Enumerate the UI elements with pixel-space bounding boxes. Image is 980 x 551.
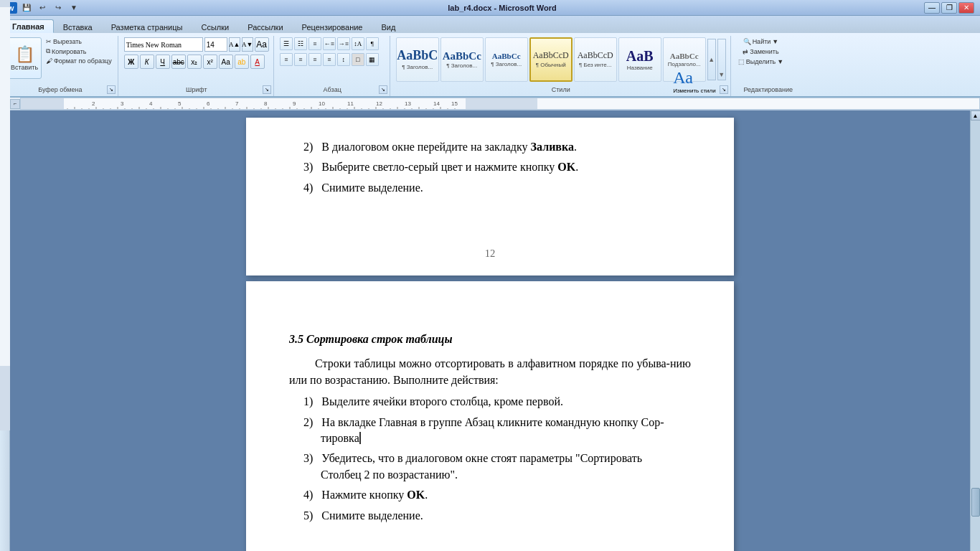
tab-review[interactable]: Рецензирование: [293, 20, 372, 33]
format-painter-button[interactable]: 🖌 Формат по образцу: [44, 57, 113, 65]
quick-access-arrow[interactable]: ▼: [67, 1, 80, 14]
ruler-corner[interactable]: ⌐: [10, 99, 20, 109]
page13-item2-number: 2): [303, 416, 319, 428]
select-button[interactable]: ⬚ Выделить ▼: [737, 57, 785, 66]
text-case-button[interactable]: Аа: [219, 55, 233, 69]
svg-text:4: 4: [149, 100, 153, 107]
undo-quick-btn[interactable]: ↩: [36, 1, 49, 14]
superscript-button[interactable]: x²: [203, 55, 217, 69]
find-button[interactable]: 🔍 Найти ▼: [742, 37, 781, 46]
style-heading3-button[interactable]: AaBbCc ¶ Заголов...: [485, 37, 528, 82]
page-13: 3.5 Сортировка строк таблицы Строки табл…: [246, 281, 734, 551]
list-multilevel-button[interactable]: ≡: [308, 37, 321, 50]
tab-page-layout[interactable]: Разметка страницы: [102, 20, 192, 33]
styles-expand-btn[interactable]: ↘: [720, 85, 728, 94]
svg-text:8: 8: [264, 100, 268, 107]
borders-button[interactable]: ▦: [366, 53, 379, 66]
styles-group: AaBbC ¶ Заголов... AaBbCc ¶ Заголов... A…: [392, 36, 731, 96]
sort-button[interactable]: ↕A: [352, 37, 364, 50]
vertical-scrollbar: ▲ ▼: [970, 110, 980, 551]
scroll-up-button[interactable]: ▲: [971, 110, 981, 121]
font-row-1: A▲ A▼ Aa: [124, 37, 269, 52]
copy-button[interactable]: ⧉ Копировать: [44, 47, 113, 56]
select-label: Выделить: [746, 58, 776, 65]
align-right-button[interactable]: ≡: [308, 53, 321, 66]
align-justify-button[interactable]: ≡: [323, 53, 336, 66]
section-35-intro: Строки таблицы можно отсортировать в алф…: [289, 356, 691, 388]
font-size-input[interactable]: [204, 37, 227, 52]
small-clipboard-btns: ✂ Вырезать ⧉ Копировать 🖌 Формат по обра…: [44, 37, 113, 65]
svg-text:3: 3: [121, 100, 124, 107]
maximize-button[interactable]: ❐: [941, 2, 957, 14]
para-expand-btn[interactable]: ↘: [379, 85, 387, 94]
list-ordered-button[interactable]: ☷: [294, 37, 307, 50]
tab-mailings[interactable]: Рассылки: [238, 20, 292, 33]
font-size-decrease-button[interactable]: A▼: [242, 37, 253, 52]
page-13-content: 3.5 Сортировка строк таблицы Строки табл…: [289, 303, 691, 524]
replace-icon: ⇄: [743, 48, 748, 55]
style-normal-button[interactable]: AaBbCcD ¶ Обычный: [529, 37, 573, 82]
svg-text:5: 5: [178, 100, 182, 107]
cut-button[interactable]: ✂ Вырезать: [44, 37, 113, 46]
underline-button[interactable]: Ч: [156, 55, 170, 69]
paste-label: Вставить: [11, 64, 38, 71]
indent-decrease-button[interactable]: ←≡: [323, 37, 336, 50]
page13-item4-text: Нажмите кнопку OK.: [321, 489, 428, 501]
svg-rect-75: [0, 110, 10, 366]
highlight-button[interactable]: ab: [235, 55, 249, 69]
indent-increase-button[interactable]: →≡: [337, 37, 350, 50]
redo-quick-btn[interactable]: ↪: [52, 1, 65, 14]
page-12-content: 2) В диалоговом окне перейдите на заклад…: [289, 139, 691, 254]
minimize-button[interactable]: —: [924, 2, 940, 14]
editing-label: Редактирование: [732, 86, 804, 93]
styles-scroll-down-button[interactable]: ▼: [717, 39, 726, 80]
subscript-button[interactable]: x₂: [187, 55, 202, 69]
style-heading1-button[interactable]: AaBbC ¶ Заголов...: [396, 37, 439, 82]
clipboard-expand-btn[interactable]: ↘: [107, 85, 116, 94]
scroll-thumb[interactable]: [971, 488, 980, 517]
tab-view[interactable]: Вид: [372, 20, 405, 33]
shading-button[interactable]: □: [352, 53, 364, 66]
close-button[interactable]: ✕: [958, 2, 974, 14]
svg-text:15: 15: [451, 100, 458, 107]
italic-button[interactable]: К: [140, 55, 154, 69]
strikethrough-button[interactable]: abc: [171, 55, 186, 69]
page13-item-3: 3) Убедитесь, что в диалоговом окне стоя…: [303, 451, 691, 483]
tab-references[interactable]: Ссылки: [192, 20, 238, 33]
font-size-increase-button[interactable]: A▲: [229, 37, 240, 52]
page13-item4-number: 4): [303, 489, 319, 501]
page12-item3-text: Выберите светло-серый цвет и нажмите кно…: [321, 161, 578, 173]
scissors-icon: ✂: [46, 38, 52, 45]
window-controls: — ❐ ✕: [924, 2, 974, 14]
line-spacing-button[interactable]: ↕: [337, 53, 350, 66]
svg-text:12: 12: [376, 100, 382, 107]
title-bar-left: W 💾 ↩ ↪ ▼: [6, 1, 80, 14]
clipboard-label: Буфер обмена: [3, 86, 118, 93]
save-quick-btn[interactable]: 💾: [20, 1, 33, 14]
page12-item2-number: 2): [303, 141, 319, 153]
copy-label: Копировать: [52, 48, 86, 55]
paste-button[interactable]: 📋 Вставить: [7, 37, 42, 79]
font-name-input[interactable]: [124, 37, 203, 52]
bold-button[interactable]: Ж: [124, 55, 138, 69]
page13-item-4: 4) Нажмите кнопку OK.: [303, 487, 691, 503]
scroll-track[interactable]: [971, 121, 981, 551]
style-heading2-button[interactable]: AaBbCc ¶ Заголов...: [440, 37, 484, 82]
title-text: lab_r4.docx - Microsoft Word: [80, 4, 924, 12]
align-left-button[interactable]: ≡: [280, 53, 293, 66]
tab-insert[interactable]: Вставка: [54, 20, 102, 33]
align-center-button[interactable]: ≡: [294, 53, 307, 66]
copy-icon: ⧉: [46, 47, 50, 55]
font-color-button[interactable]: A: [250, 55, 265, 69]
document-scroll-area[interactable]: 2) В диалоговом окне перейдите на заклад…: [10, 110, 970, 551]
show-formatting-button[interactable]: ¶: [366, 37, 379, 50]
section-35-title: 3.5 Сортировка строк таблицы: [289, 331, 691, 347]
font-expand-btn[interactable]: ↘: [263, 85, 271, 94]
replace-button[interactable]: ⇄ Заменить: [741, 47, 780, 56]
clear-formatting-button[interactable]: Aa: [255, 37, 269, 52]
tab-home[interactable]: Главная: [3, 19, 54, 33]
style-no-spacing-button[interactable]: AaBbCcD ¶ Без инте...: [574, 37, 617, 82]
style-title-button[interactable]: AaB Название: [618, 37, 661, 82]
page13-item5-text: Снимите выделение.: [321, 509, 423, 522]
list-unordered-button[interactable]: ☰: [280, 37, 293, 50]
